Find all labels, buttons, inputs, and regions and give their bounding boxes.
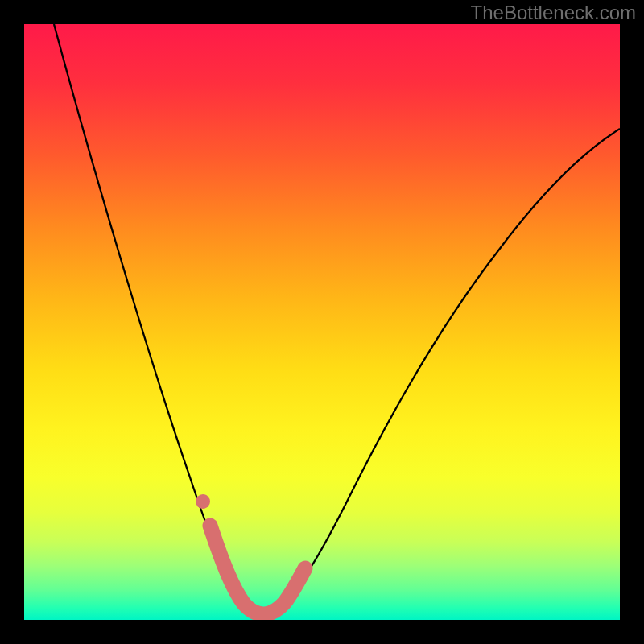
highlight-segment — [210, 526, 305, 614]
highlight-dot — [196, 494, 210, 509]
bottleneck-curve — [54, 24, 620, 613]
plot-area — [24, 24, 620, 620]
chart-frame: TheBottleneck.com — [0, 0, 644, 644]
bottleneck-curve-svg — [24, 24, 620, 620]
watermark-text: TheBottleneck.com — [471, 2, 636, 24]
